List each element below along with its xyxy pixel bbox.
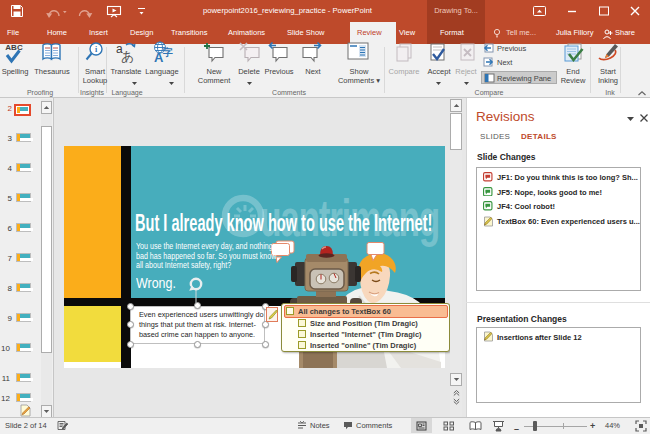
svg-text:ABC: ABC [5, 43, 23, 52]
svg-text:字: 字 [162, 46, 173, 58]
svg-text:あ: あ [121, 49, 134, 63]
